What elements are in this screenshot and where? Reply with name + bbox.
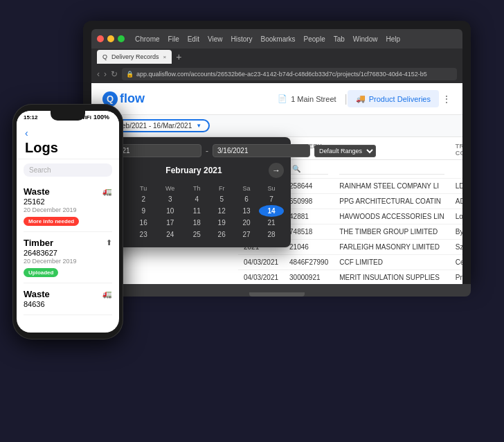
cal-day-12[interactable]: 12 <box>209 205 234 217</box>
menu-help[interactable]: Help <box>386 35 400 43</box>
item-icon: 🚛 <box>102 290 112 299</box>
supplier-search[interactable] <box>334 160 450 179</box>
status-time: 15:12 <box>24 114 37 121</box>
logo-text: flow <box>120 91 145 106</box>
supplier-search-input[interactable] <box>339 163 444 175</box>
menu-window[interactable]: Window <box>353 35 378 43</box>
address-bar[interactable]: 🔒 app.qualisflow.com/accounts/26532b6e-a… <box>122 68 457 80</box>
calendar-grid: Mo Tu We Th Fr Sa Su 1234567891011121314… <box>104 184 284 240</box>
tab-close-button[interactable]: × <box>163 54 167 60</box>
phone-search-placeholder: Search <box>29 166 51 174</box>
cell-trade: Prolag Therm <box>450 270 462 285</box>
cal-day-4[interactable]: 4 <box>184 193 209 205</box>
menu-bookmarks[interactable]: Bookmarks <box>261 35 296 43</box>
list-item[interactable]: Waste 🚛 84636 <box>24 283 112 315</box>
phone-app-header: ‹ Logs <box>17 123 119 159</box>
cell-id: 42881 <box>284 209 334 224</box>
deliveries-icon: 🚚 <box>356 94 366 103</box>
table-row[interactable]: 04/03/20214846F27990CCF LIMITEDCeltic Co… <box>238 255 462 270</box>
cal-day-26[interactable]: 26 <box>209 229 234 240</box>
cal-day-25[interactable]: 25 <box>184 229 209 240</box>
table-row[interactable]: 04/03/202130000921MERIT INSULATION SUPPL… <box>238 270 462 285</box>
item-category: Waste <box>24 289 50 299</box>
url-text: app.qualisflow.com/accounts/26532b6e-ac2… <box>136 71 427 78</box>
cal-day-17[interactable]: 17 <box>156 217 184 229</box>
close-dot[interactable] <box>97 35 104 42</box>
phone-search-bar[interactable]: Search <box>24 163 112 177</box>
maximize-dot[interactable] <box>118 35 125 42</box>
phone-back-button[interactable]: ‹ <box>25 127 111 139</box>
item-date: 20 December 2019 <box>24 206 112 213</box>
forward-button[interactable]: › <box>104 69 107 79</box>
cal-day-9[interactable]: 9 <box>131 205 156 217</box>
cal-day-sa: Sa <box>234 184 259 193</box>
more-options-icon[interactable]: ⋮ <box>442 94 451 105</box>
cell-id: 748518 <box>284 224 334 240</box>
menu-file[interactable]: File <box>168 35 179 43</box>
menu-view[interactable]: View <box>208 35 223 43</box>
menu-tab[interactable]: Tab <box>334 35 345 43</box>
cal-day-18[interactable]: 18 <box>184 217 209 229</box>
nav-item-deliveries[interactable]: 🚚 Product Deliveries <box>348 90 439 107</box>
phone: 15:12 ▲ WiFi 100% ‹ Logs Search Waste <box>12 104 123 409</box>
nav-item-address[interactable]: 📄 1 Main Street <box>269 90 344 107</box>
item-icon: 🚛 <box>102 187 112 196</box>
cal-day-28[interactable]: 28 <box>259 229 284 240</box>
cal-day-5[interactable]: 5 <box>209 193 234 205</box>
cal-day-19[interactable]: 19 <box>209 217 234 229</box>
back-button[interactable]: ‹ <box>97 69 100 79</box>
cal-day-6[interactable]: 6 <box>234 193 259 205</box>
menu-people[interactable]: People <box>304 35 325 43</box>
tab-favicon: Q <box>102 53 107 60</box>
tab-label: Delivery Records <box>111 53 159 60</box>
cal-day-th: Th <box>184 184 209 193</box>
item-category: Timber <box>24 238 53 248</box>
cell-id: 650998 <box>284 194 334 209</box>
cal-day-11[interactable]: 11 <box>184 205 209 217</box>
cal-day-21[interactable]: 21 <box>259 217 284 229</box>
calendar-overlay: - Default Ranges ← February 2021 → Mo <box>97 137 291 247</box>
cal-day-14[interactable]: 14 <box>259 205 284 217</box>
cal-day-10[interactable]: 10 <box>156 205 184 217</box>
cell-supplier: MERIT INSULATION SUPPLIES <box>334 270 450 285</box>
cal-next-button[interactable]: → <box>269 163 284 178</box>
date-range-bar: 14/Feb/2021 - 16/Mar/2021 ▼ <box>91 115 462 137</box>
date-range-arrow: ▼ <box>196 123 201 129</box>
minimize-dot[interactable] <box>107 35 114 42</box>
delivery-id-search[interactable] <box>284 160 334 179</box>
cell-trade: LDD Constru <box>450 179 462 194</box>
list-item[interactable]: Waste 🚛 25162 20 December 2019 More info… <box>24 181 112 232</box>
cal-day-3[interactable]: 3 <box>156 193 184 205</box>
cell-date: 04/03/2021 <box>238 255 284 270</box>
cell-supplier: CCF LIMITED <box>334 255 450 270</box>
cell-supplier: RAINHAM STEEL COMPANY LI <box>334 179 450 194</box>
menu-history[interactable]: History <box>231 35 252 43</box>
list-item[interactable]: Timber ⬆ 26483627 20 December 2019 Uploa… <box>24 232 112 283</box>
laptop: Chrome File Edit View History Bookmarks … <box>83 21 471 312</box>
item-id: 84636 <box>24 300 112 308</box>
cal-day-7[interactable]: 7 <box>259 193 284 205</box>
menu-edit[interactable]: Edit <box>188 35 199 43</box>
app-header: Q flow 📄 1 Main Street | 🚚 Product Deliv… <box>91 83 462 115</box>
new-tab-button[interactable]: + <box>176 51 181 62</box>
cal-day-16[interactable]: 16 <box>131 217 156 229</box>
cal-day-27[interactable]: 27 <box>234 229 259 240</box>
browser-tab[interactable]: Q Delivery Records × <box>97 50 172 64</box>
cell-supplier: PPG ARCHITECTURAL COATIN <box>334 194 450 209</box>
tab-bar: Q Delivery Records × + <box>91 48 462 65</box>
range-type-select[interactable]: Default Ranges <box>314 145 376 157</box>
cal-day-24[interactable]: 24 <box>156 229 184 240</box>
laptop-base <box>83 284 471 297</box>
cal-day-13[interactable]: 13 <box>234 205 259 217</box>
cal-day-20[interactable]: 20 <box>234 217 259 229</box>
delivery-search-input[interactable] <box>289 163 328 175</box>
app-content: Q flow 📄 1 Main Street | 🚚 Product Deliv… <box>91 83 462 285</box>
cal-end-date[interactable] <box>213 144 310 157</box>
cell-supplier: FARLEIGH MASONRY LIMITED <box>334 240 450 255</box>
cell-id: 21046 <box>284 240 334 255</box>
menu-chrome[interactable]: Chrome <box>135 35 160 43</box>
cal-day-2[interactable]: 2 <box>131 193 156 205</box>
refresh-button[interactable]: ↻ <box>111 69 118 79</box>
cal-day-23[interactable]: 23 <box>131 229 156 240</box>
cell-trade: Byrne Bros ( <box>450 224 462 240</box>
